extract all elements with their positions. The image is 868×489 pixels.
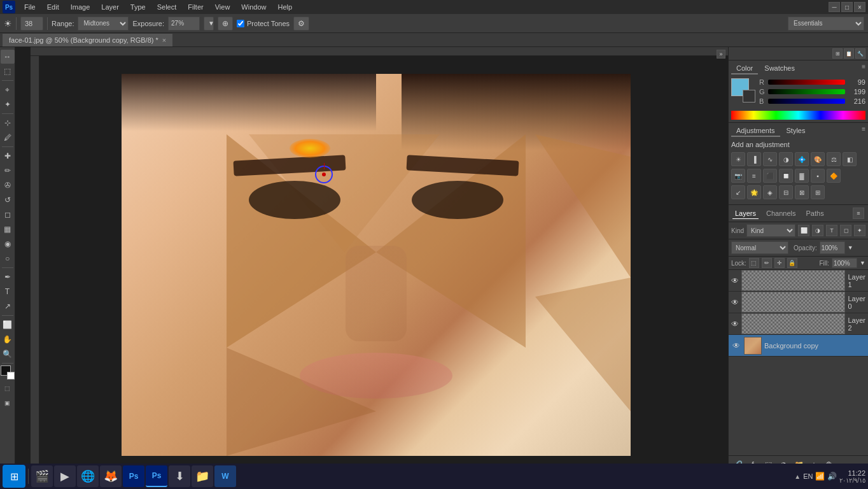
tab-paths[interactable]: Paths [804,208,827,219]
adj-selcolor-icon[interactable]: 🔶 [827,169,841,183]
taskbar-app-media[interactable]: ▶ [54,465,76,487]
taskbar-app-explorer[interactable]: 🎬 [31,465,53,487]
layer-item-layer2[interactable]: 👁 Layer 2 [729,313,868,335]
opacity-dropdown-btn[interactable]: ▼ [848,244,853,251]
healing-brush-tool[interactable]: ✚ [1,149,15,163]
quick-select-tool[interactable]: ✦ [1,97,15,111]
hand-tool[interactable]: ✋ [1,332,15,346]
channel-r-slider[interactable] [768,80,845,85]
adj-brightness-icon[interactable]: ☀ [731,152,745,166]
layer-item-layer0[interactable]: 👁 Layer 0 [729,292,868,313]
adj-match-icon[interactable]: ⊟ [779,185,793,199]
fill-input[interactable] [832,258,857,268]
doc-tab-main[interactable]: face-01.jpg @ 50% (Background copy, RGB/… [3,34,172,46]
foreground-color-swatch[interactable] [1,365,15,379]
menu-select[interactable]: Select [152,2,182,12]
eyedropper-tool[interactable]: 🖉 [1,131,15,145]
zoom-tool[interactable]: 🔍 [1,347,15,361]
eraser-tool[interactable]: ◻ [1,208,15,222]
layer-item-layer1[interactable]: 👁 Layer 1 [729,270,868,292]
color-spectrum-bar[interactable] [731,111,865,120]
panel-icon-1[interactable]: ⊞ [832,48,843,59]
filter-pixel-btn[interactable]: ⬜ [798,225,809,236]
adj-hdr-icon[interactable]: 🌟 [747,185,761,199]
taskbar-app-ps2[interactable]: Ps [146,465,167,487]
adj-threshold-icon[interactable]: ▓ [795,169,809,183]
window-minimize[interactable]: ─ [829,2,840,12]
adj-panel-expand[interactable]: ≡ [862,125,865,137]
tab-styles[interactable]: Styles [781,125,811,137]
canvas-area[interactable]: » [15,47,728,474]
selection-tool[interactable]: ⬚ [1,64,15,78]
adj-bw-icon[interactable]: ◧ [843,152,857,166]
lock-transparency-btn[interactable]: ⬚ [749,258,759,268]
opacity-input[interactable] [820,241,845,254]
crop-tool[interactable]: ⊹ [1,116,15,130]
layers-ctrl-1[interactable]: ≡ [853,208,864,219]
panel-icon-2[interactable]: 📋 [844,48,854,59]
adj-equalize-icon[interactable]: ⊞ [811,185,825,199]
lasso-tool[interactable]: ⌖ [1,83,15,97]
text-tool[interactable]: T [1,285,15,299]
set-target-btn[interactable]: ⚙ [293,17,309,31]
menu-image[interactable]: Image [66,2,95,12]
adj-exposure-icon[interactable]: ◑ [779,152,793,166]
lock-position-btn[interactable]: ✛ [774,258,785,268]
lock-all-btn[interactable]: 🔒 [787,258,797,268]
workspace-select[interactable]: Essentials [788,17,864,31]
color-swatches[interactable] [731,78,755,103]
menu-type[interactable]: Type [125,2,151,12]
adj-replace-icon[interactable]: ⊠ [795,185,809,199]
quick-mask-btn[interactable]: ⬚ [1,381,15,395]
adj-hue-icon[interactable]: 🎨 [811,152,825,166]
adj-channel-icon[interactable]: ≡ [747,169,761,183]
filter-type-btn[interactable]: T [826,225,837,236]
adj-invert-icon[interactable]: ⬛ [763,169,777,183]
adj-curves-icon[interactable]: ∿ [763,152,777,166]
tab-color[interactable]: Color [731,63,758,74]
protect-tones-checkbox[interactable] [237,20,244,27]
dodge-tool[interactable]: ○ [1,252,15,266]
tray-network[interactable]: 📶 [815,472,825,481]
airbrush-btn[interactable]: ⊕ [218,17,233,31]
panel-icon-3[interactable]: 🔧 [855,48,865,59]
tab-layers[interactable]: Layers [732,208,759,219]
channel-b-slider[interactable] [768,99,845,104]
history-brush-tool[interactable]: ↺ [1,193,15,207]
screen-mode-btn[interactable]: ▣ [1,396,15,410]
blend-mode-select[interactable]: Normal Multiply Screen [731,241,788,254]
taskbar-app-ps1[interactable]: Ps [123,465,144,487]
adj-poster-icon[interactable]: 🔲 [779,169,793,183]
filter-adjust-btn[interactable]: ◑ [812,225,823,236]
adj-photof-icon[interactable]: 📷 [731,169,745,183]
path-select-tool[interactable]: ↗ [1,299,15,313]
shape-tool[interactable]: ⬜ [1,318,15,332]
gradient-tool[interactable]: ▦ [1,222,15,236]
adj-gradient-icon[interactable]: ▪ [811,169,825,183]
menu-file[interactable]: File [19,2,41,12]
panel-toggle[interactable]: » [717,50,725,59]
taskbar-app-download[interactable]: ⬇ [169,465,190,487]
layer-visibility-layer1[interactable]: 👁 [731,276,739,286]
layers-kind-select[interactable]: Kind [746,224,795,237]
layer-visibility-layer2[interactable]: 👁 [731,319,739,329]
exposure-input[interactable] [168,17,200,31]
layer-visibility-bg-copy[interactable]: 👁 [731,341,741,351]
adj-desat-icon[interactable]: ◈ [763,185,777,199]
adj-vibrance-icon[interactable]: 💠 [795,152,809,166]
tray-show-hidden[interactable]: ▲ [794,473,801,480]
filter-smart-btn[interactable]: ✦ [854,225,865,236]
adj-shadow-icon[interactable]: ↙ [731,185,745,199]
filter-shape-btn[interactable]: ◻ [840,225,851,236]
taskbar-app-word[interactable]: W [214,465,236,487]
tab-adjustments[interactable]: Adjustments [731,125,780,137]
color-panel-expand[interactable]: ≡ [862,63,865,74]
blur-tool[interactable]: ◉ [1,237,15,251]
exposure-slider-btn[interactable]: ▼ [204,17,214,31]
taskbar-app-chrome[interactable]: 🌐 [77,465,99,487]
menu-edit[interactable]: Edit [42,2,64,12]
tab-channels[interactable]: Channels [764,208,798,219]
menu-layer[interactable]: Layer [96,2,124,12]
taskbar-app-folder[interactable]: 📁 [192,465,213,487]
menu-view[interactable]: View [210,2,235,12]
